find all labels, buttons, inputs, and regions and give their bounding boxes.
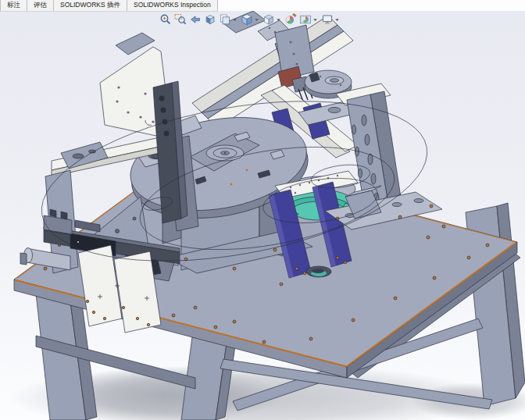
annotation-views-dropdown[interactable] [232, 12, 238, 26]
view-orientation-icon [241, 13, 253, 26]
heads-up-toolbar [158, 12, 341, 26]
display-style-icon [262, 13, 275, 26]
ribbon-tab-strip: 标注评估SOLIDWORKS 插件SOLIDWORKS Inspection [0, 0, 218, 12]
ribbon-tab-4[interactable]: SOLIDWORKS Inspection [127, 0, 218, 11]
apply-scene-dropdown[interactable] [312, 12, 318, 26]
apply-scene-icon [299, 13, 312, 26]
ribbon-tab-1[interactable]: 标注 [0, 0, 27, 11]
view-orientation-dropdown[interactable] [254, 12, 259, 26]
previous-view-icon [189, 13, 202, 26]
edit-appearance-button[interactable] [284, 12, 297, 26]
apply-scene-button[interactable] [298, 12, 312, 26]
section-view-button[interactable] [203, 12, 216, 26]
zoom-to-area-icon [174, 13, 187, 26]
section-view-icon [204, 13, 216, 26]
view-settings-button[interactable] [320, 12, 334, 26]
view-settings-dropdown[interactable] [334, 12, 340, 26]
zoom-to-area-button[interactable] [173, 12, 187, 26]
display-style-dropdown[interactable] [276, 12, 281, 26]
zoom-to-fit-icon [159, 13, 172, 26]
ribbon-tab-2[interactable]: 评估 [27, 0, 54, 11]
chevron-down-icon [334, 13, 340, 26]
chevron-down-icon [254, 13, 259, 26]
edit-appearance-icon [284, 13, 297, 26]
view-settings-icon [321, 13, 334, 26]
annotation-views-button[interactable] [218, 12, 231, 26]
view-orientation-button[interactable] [240, 12, 253, 26]
previous-view-button[interactable] [188, 12, 202, 26]
chevron-down-icon [312, 13, 318, 26]
ribbon-tab-3[interactable]: SOLIDWORKS 插件 [54, 0, 127, 11]
zoom-to-fit-button[interactable] [159, 12, 172, 26]
model-scene[interactable] [0, 11, 525, 420]
chevron-down-icon [276, 13, 281, 26]
display-style-button[interactable] [262, 12, 275, 26]
chevron-down-icon [232, 13, 238, 26]
annotation-views-icon [219, 13, 231, 26]
table-hole [306, 266, 331, 277]
graphics-area[interactable] [0, 11, 525, 420]
